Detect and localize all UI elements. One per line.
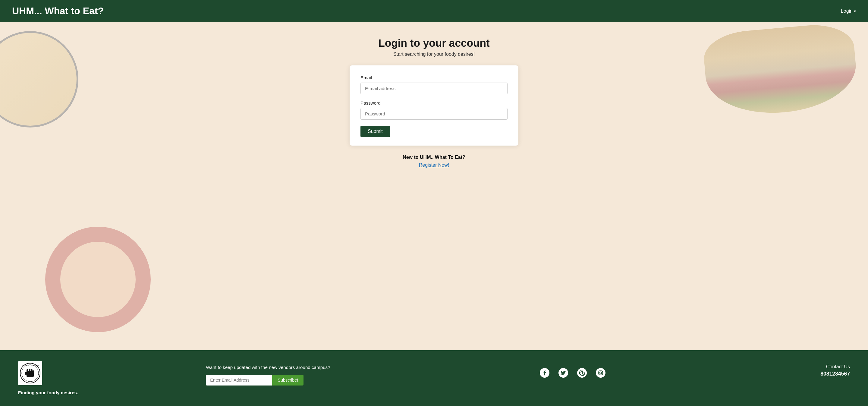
newsletter-subscribe-button[interactable]: Subscribe! <box>272 375 304 385</box>
svg-point-16 <box>602 371 602 372</box>
password-input[interactable] <box>361 108 507 120</box>
newsletter-email-input[interactable] <box>206 375 272 385</box>
svg-rect-7 <box>25 372 27 375</box>
svg-rect-6 <box>33 370 34 373</box>
svg-rect-5 <box>31 369 33 373</box>
footer-social <box>483 361 662 379</box>
instagram-icon[interactable] <box>595 367 607 379</box>
main-content: Login to your account Start searching fo… <box>6 37 862 168</box>
svg-rect-4 <box>29 369 30 373</box>
register-link[interactable]: Register Now! <box>419 162 449 167</box>
site-title: UHM... What to Eat? <box>12 5 104 17</box>
uhm-pride-logo-svg: UNIVERSITY OF HAWAII MANOA <box>20 363 41 384</box>
contact-phone: 8081234567 <box>671 371 850 377</box>
register-section: New to UHM.. What To Eat? Register Now! <box>403 155 465 168</box>
password-label: Password <box>361 100 507 105</box>
footer-contact: Contact Us 8081234567 <box>671 361 850 377</box>
submit-button[interactable]: Submit <box>361 126 390 137</box>
page-title: Login to your account <box>378 37 490 49</box>
footer-logo-area: UNIVERSITY OF HAWAII MANOA Finding your … <box>18 361 197 395</box>
register-prompt: New to UHM.. What To Eat? <box>403 155 465 160</box>
svg-point-12 <box>577 368 587 378</box>
footer-logo: UNIVERSITY OF HAWAII MANOA <box>18 361 42 385</box>
donut-decor <box>45 227 151 332</box>
footer: UNIVERSITY OF HAWAII MANOA Finding your … <box>0 350 868 406</box>
footer-newsletter: Want to keep updated with the new vendor… <box>206 361 474 385</box>
svg-text:UNIVERSITY OF HAWAII: UNIVERSITY OF HAWAII <box>22 365 39 366</box>
newsletter-text: Want to keep updated with the new vendor… <box>206 364 474 370</box>
facebook-icon[interactable] <box>539 367 550 379</box>
login-card: Email Password Submit <box>350 65 518 146</box>
pinterest-icon[interactable] <box>576 367 588 379</box>
email-group: Email <box>361 75 507 94</box>
svg-point-13 <box>596 368 606 378</box>
main-hero: Login to your account Start searching fo… <box>0 22 868 350</box>
password-group: Password <box>361 100 507 120</box>
page-subtitle: Start searching for your foody desires! <box>393 52 475 57</box>
login-dropdown[interactable]: Login <box>841 8 856 14</box>
email-input[interactable] <box>361 83 507 94</box>
contact-label: Contact Us <box>671 364 850 370</box>
twitter-icon[interactable] <box>558 367 569 379</box>
email-label: Email <box>361 75 507 80</box>
newsletter-form: Subscribe! <box>206 375 474 385</box>
svg-rect-3 <box>27 369 28 373</box>
svg-text:MANOA: MANOA <box>27 381 33 382</box>
header: UHM... What to Eat? Login <box>0 0 868 22</box>
footer-tagline: Finding your foody desires. <box>18 390 197 395</box>
